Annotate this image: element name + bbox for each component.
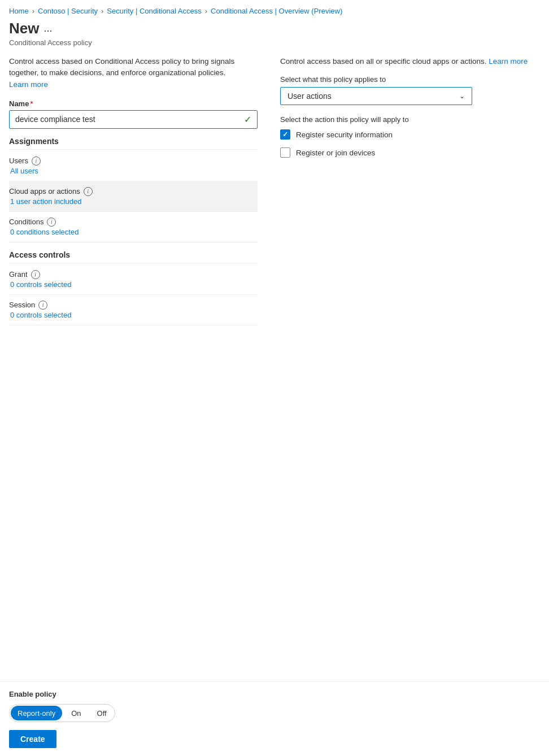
users-info-icon[interactable]: i <box>32 157 41 166</box>
breadcrumb: Home › Contoso | Security › Security | C… <box>0 0 549 20</box>
toggle-on[interactable]: On <box>63 705 89 722</box>
checkbox-register-devices-label: Register or join devices <box>296 149 375 157</box>
grant-label: Grant <box>9 270 28 279</box>
breadcrumb-sep-1: › <box>32 7 34 15</box>
dropdown-value: User actions <box>287 92 332 101</box>
policy-applies-dropdown[interactable]: User actions ⌄ <box>280 87 472 105</box>
title-ellipsis[interactable]: ... <box>43 23 52 34</box>
name-check-icon: ✓ <box>244 114 251 125</box>
checkbox-register-security-box[interactable] <box>280 129 290 140</box>
assignments-header: Assignments <box>9 129 258 150</box>
name-input[interactable] <box>15 115 241 124</box>
page-title-row: New ... <box>9 20 540 37</box>
session-label: Session <box>9 301 35 309</box>
session-info-icon[interactable]: i <box>38 301 47 310</box>
cloud-apps-label-row: Cloud apps or actions i <box>9 187 258 196</box>
policy-toggle-group[interactable]: Report-only On Off <box>9 704 115 722</box>
right-panel: Control access based on all or specific … <box>280 56 540 427</box>
breadcrumb-sep-3: › <box>205 7 207 15</box>
checkbox-register-devices-box[interactable] <box>280 147 290 158</box>
chevron-down-icon: ⌄ <box>459 92 465 100</box>
enable-policy-label: Enable policy <box>9 690 540 698</box>
select-label: Select what this policy applies to <box>280 75 540 84</box>
left-panel: Control access based on Conditional Acce… <box>9 56 258 427</box>
grant-section-item[interactable]: Grant i 0 controls selected <box>9 264 258 295</box>
name-input-row[interactable]: ✓ <box>9 110 258 129</box>
grant-value: 0 controls selected <box>9 280 258 289</box>
breadcrumb-contoso[interactable]: Contoso | Security <box>38 7 98 15</box>
conditions-section-item[interactable]: Conditions i 0 conditions selected <box>9 212 258 242</box>
users-value: All users <box>9 167 258 175</box>
users-section-item[interactable]: Users i All users <box>9 151 258 181</box>
conditions-label: Conditions <box>9 218 43 226</box>
conditions-info-icon[interactable]: i <box>47 218 56 227</box>
cloud-apps-section-item[interactable]: Cloud apps or actions i 1 user action in… <box>9 181 258 212</box>
left-description: Control access based on Conditional Acce… <box>9 56 258 90</box>
cloud-apps-info-icon[interactable]: i <box>84 187 93 196</box>
required-star: * <box>30 99 33 108</box>
session-value: 0 controls selected <box>9 311 258 319</box>
toggle-off[interactable]: Off <box>89 705 115 722</box>
toggle-report-only[interactable]: Report-only <box>11 706 62 720</box>
grant-info-icon[interactable]: i <box>31 270 40 279</box>
session-label-row: Session i <box>9 301 258 310</box>
breadcrumb-security[interactable]: Security | Conditional Access <box>107 7 201 15</box>
conditions-label-row: Conditions i <box>9 218 258 227</box>
checkbox-register-devices[interactable]: Register or join devices <box>280 147 540 158</box>
breadcrumb-overview[interactable]: Conditional Access | Overview (Preview) <box>211 7 342 15</box>
users-label-row: Users i <box>9 157 258 166</box>
policy-toggle-row: Report-only On Off <box>9 704 540 722</box>
breadcrumb-home[interactable]: Home <box>9 7 29 15</box>
name-label: Name* <box>9 99 258 108</box>
breadcrumb-sep-2: › <box>101 7 103 15</box>
conditions-value: 0 conditions selected <box>9 228 258 236</box>
page-subtitle: Conditional Access policy <box>9 38 540 47</box>
users-label: Users <box>9 157 28 165</box>
checkbox-register-security-label: Register security information <box>296 131 393 139</box>
session-section-item[interactable]: Session i 0 controls selected <box>9 295 258 325</box>
access-controls-header: Access controls <box>9 242 258 263</box>
page-title-text: New <box>9 20 39 37</box>
page-header: New ... Conditional Access policy <box>0 20 549 56</box>
cloud-apps-label: Cloud apps or actions <box>9 187 80 195</box>
checkbox-register-security[interactable]: Register security information <box>280 129 540 140</box>
main-content: Control access based on Conditional Acce… <box>0 56 549 427</box>
grant-label-row: Grant i <box>9 270 258 279</box>
right-learn-more[interactable]: Learn more <box>489 57 528 66</box>
footer: Enable policy Report-only On Off Create <box>0 681 549 756</box>
right-description: Control access based on all or specific … <box>280 56 540 67</box>
cloud-apps-value: 1 user action included <box>9 197 258 206</box>
action-label: Select the action this policy will apply… <box>280 115 540 124</box>
create-button[interactable]: Create <box>9 730 56 748</box>
left-learn-more[interactable]: Learn more <box>9 80 48 89</box>
